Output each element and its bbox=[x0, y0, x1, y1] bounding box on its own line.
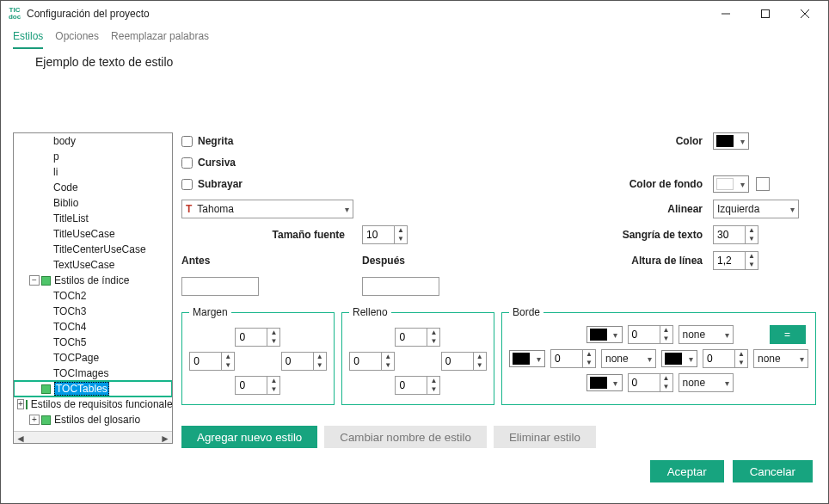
tree-item[interactable]: TitleList bbox=[14, 211, 172, 226]
padding-bottom-spinner[interactable]: ▲▼ bbox=[395, 376, 440, 395]
margin-right-spinner[interactable]: ▲▼ bbox=[281, 352, 327, 371]
tree-item[interactable]: TOCh5 bbox=[14, 335, 172, 350]
tree-item[interactable]: body bbox=[14, 133, 172, 149]
border-bottom-width[interactable]: ▲▼ bbox=[628, 373, 673, 392]
cancel-button[interactable]: Cancelar bbox=[733, 460, 813, 482]
align-select[interactable]: Izquierda▾ bbox=[713, 200, 799, 218]
chevron-down-icon: ▾ bbox=[736, 137, 748, 146]
padding-right-spinner[interactable]: ▲▼ bbox=[441, 352, 487, 371]
indent-label: Sangría de texto bbox=[593, 229, 704, 241]
tree-item[interactable]: TitleUseCase bbox=[14, 226, 172, 242]
bgcolor-picker[interactable]: ▾ bbox=[713, 175, 749, 193]
color-label: Color bbox=[593, 135, 704, 147]
window-title: Configuración del proyecto bbox=[27, 8, 706, 20]
close-button[interactable] bbox=[785, 1, 825, 27]
chevron-down-icon: ▾ bbox=[736, 180, 748, 189]
tree-group-requisitos[interactable]: +Estilos de requisitos funcionales bbox=[14, 396, 172, 412]
expand-icon[interactable]: + bbox=[17, 399, 24, 409]
underline-checkbox[interactable]: Subrayar bbox=[181, 178, 353, 190]
svg-rect-1 bbox=[762, 10, 770, 18]
tree-item-selected[interactable]: TOCTables bbox=[14, 381, 172, 396]
folder-icon bbox=[41, 384, 51, 394]
padding-group: Relleno ▲▼ ▲▼ ▲▼ ▲▼ bbox=[341, 306, 494, 405]
tree-item[interactable]: TitleCenterUseCase bbox=[14, 242, 172, 257]
tree-horizontal-scrollbar[interactable]: ◄ ► bbox=[14, 431, 172, 444]
color-swatch bbox=[716, 135, 734, 147]
italic-checkbox[interactable]: Cursiva bbox=[181, 157, 353, 169]
spin-up-icon[interactable]: ▲ bbox=[746, 252, 758, 261]
font-select[interactable]: T Tahoma ▾ bbox=[181, 200, 353, 218]
tree-item[interactable]: TOCImages bbox=[14, 366, 172, 381]
tree-group-indice[interactable]: −Estilos de índice bbox=[14, 273, 172, 288]
chevron-down-icon: ▾ bbox=[790, 205, 795, 214]
margin-top-spinner[interactable]: ▲▼ bbox=[235, 328, 280, 347]
indent-spinner[interactable]: ▲▼ bbox=[713, 225, 758, 244]
spin-up-icon[interactable]: ▲ bbox=[395, 226, 407, 235]
border-bottom-color[interactable]: ▾ bbox=[586, 374, 623, 391]
before-label: Antes bbox=[181, 255, 210, 267]
lineheight-spinner[interactable]: ▲▼ bbox=[713, 251, 758, 270]
border-right-color[interactable]: ▾ bbox=[661, 350, 697, 367]
bold-checkbox[interactable]: Negrita bbox=[181, 135, 353, 147]
minimize-button[interactable] bbox=[706, 1, 746, 27]
padding-left-spinner[interactable]: ▲▼ bbox=[349, 352, 395, 371]
collapse-icon[interactable]: − bbox=[29, 275, 40, 286]
align-label: Alinear bbox=[593, 203, 704, 215]
tree-item[interactable]: TOCh4 bbox=[14, 319, 172, 335]
tree-group-glosario[interactable]: +Estilos del glosario bbox=[14, 412, 172, 427]
scroll-left-icon[interactable]: ◄ bbox=[14, 433, 28, 445]
add-style-button[interactable]: Agregar nuevo estilo bbox=[181, 426, 317, 448]
border-left-color[interactable]: ▾ bbox=[509, 350, 545, 367]
after-label: Después bbox=[362, 255, 405, 267]
scroll-right-icon[interactable]: ► bbox=[158, 433, 172, 445]
bgcolor-label: Color de fondo bbox=[593, 178, 704, 190]
chevron-down-icon: ▾ bbox=[345, 205, 349, 214]
border-group: Borde ▾ ▲▼ none▾ = ▾ bbox=[501, 306, 816, 405]
after-input[interactable] bbox=[362, 277, 439, 296]
tab-opciones[interactable]: Opciones bbox=[55, 27, 99, 49]
tree-item[interactable]: Biblio bbox=[14, 195, 172, 211]
titlebar: TICdoc Configuración del proyecto bbox=[1, 1, 828, 27]
tree-item[interactable]: TOCPage bbox=[14, 350, 172, 366]
ok-button[interactable]: Aceptar bbox=[650, 460, 724, 482]
bgcolor-enable-checkbox[interactable] bbox=[756, 177, 770, 191]
tree-item[interactable]: Code bbox=[14, 180, 172, 195]
tab-estilos[interactable]: Estilos bbox=[13, 27, 43, 49]
folder-icon bbox=[41, 415, 51, 425]
style-tree: body p li Code Biblio TitleList TitleUse… bbox=[13, 132, 173, 444]
before-input[interactable] bbox=[181, 277, 259, 296]
delete-style-button: Eliminar estilo bbox=[494, 426, 596, 448]
color-picker[interactable]: ▾ bbox=[713, 132, 749, 150]
tree-item[interactable]: TOCh3 bbox=[14, 304, 172, 319]
style-tree-scroll[interactable]: body p li Code Biblio TitleList TitleUse… bbox=[14, 133, 172, 431]
tab-bar: Estilos Opciones Reemplazar palabras bbox=[1, 27, 828, 50]
color-swatch bbox=[716, 178, 734, 190]
spin-down-icon[interactable]: ▼ bbox=[746, 235, 758, 243]
border-right-width[interactable]: ▲▼ bbox=[703, 349, 748, 368]
border-top-color[interactable]: ▾ bbox=[586, 326, 623, 343]
tree-item[interactable]: TOCh2 bbox=[14, 288, 172, 304]
tree-item[interactable]: li bbox=[14, 164, 172, 180]
border-right-style[interactable]: none▾ bbox=[753, 349, 808, 368]
font-size-label: Tamaño fuente bbox=[181, 229, 353, 241]
spin-down-icon[interactable]: ▼ bbox=[746, 261, 758, 269]
border-left-width[interactable]: ▲▼ bbox=[550, 349, 596, 368]
tree-item[interactable]: TextUseCase bbox=[14, 257, 172, 273]
margin-left-spinner[interactable]: ▲▼ bbox=[189, 352, 235, 371]
font-size-spinner[interactable]: ▲▼ bbox=[362, 225, 408, 244]
border-bottom-style[interactable]: none▾ bbox=[679, 373, 734, 392]
tree-item[interactable]: p bbox=[14, 149, 172, 164]
font-icon: T bbox=[186, 203, 192, 215]
border-equal-button[interactable]: = bbox=[770, 325, 806, 344]
padding-top-spinner[interactable]: ▲▼ bbox=[395, 328, 440, 347]
maximize-button[interactable] bbox=[746, 1, 785, 27]
spin-up-icon[interactable]: ▲ bbox=[746, 226, 758, 235]
border-left-style[interactable]: none▾ bbox=[601, 349, 656, 368]
border-top-width[interactable]: ▲▼ bbox=[628, 325, 673, 344]
border-top-style[interactable]: none▾ bbox=[679, 325, 734, 344]
tab-reemplazar[interactable]: Reemplazar palabras bbox=[111, 27, 209, 49]
margin-bottom-spinner[interactable]: ▲▼ bbox=[235, 376, 280, 395]
style-example-text: Ejemplo de texto de estilo bbox=[1, 50, 828, 76]
expand-icon[interactable]: + bbox=[29, 415, 40, 425]
spin-down-icon[interactable]: ▼ bbox=[395, 235, 407, 243]
